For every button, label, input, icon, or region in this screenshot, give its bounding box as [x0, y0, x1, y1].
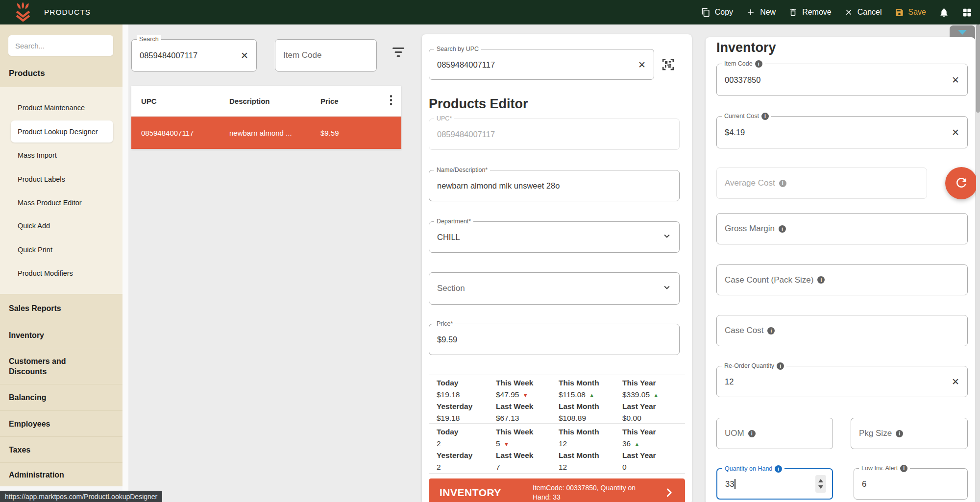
column-header-upc[interactable]: UPC [141, 97, 157, 105]
apps-grid-icon[interactable] [962, 7, 972, 18]
uom-field[interactable]: UOM [716, 418, 833, 449]
case-cost-field[interactable]: Case Cost [716, 315, 968, 346]
table-menu-kebab-icon[interactable] [390, 95, 392, 107]
pkg-size-field[interactable]: Pkg Size [851, 418, 968, 449]
sidebar-item-quick-add[interactable]: Quick Add [11, 215, 113, 237]
reorder-quantity-value: 12 [725, 377, 734, 386]
sales-this-month: $115.08 [559, 390, 622, 399]
quantity-on-hand-label: Quantity on Hand [725, 465, 772, 473]
search-by-upc-field[interactable]: Search by UPC 0859484007117 [429, 49, 654, 80]
refresh-button[interactable] [945, 167, 978, 199]
page-title: PRODUCTS [44, 8, 91, 17]
sidebar-sections: Sales Reports Inventory Customers and Di… [0, 294, 122, 486]
current-cost-label: Current Cost [724, 112, 759, 120]
save-button[interactable]: Save [895, 8, 926, 17]
sidebar-section-taxes[interactable]: Taxes [0, 436, 122, 462]
current-cost-field[interactable]: Current Cost $4.19 [716, 116, 968, 148]
count-this-year: 36 [622, 439, 685, 448]
count-this-month: 12 [559, 439, 622, 448]
info-icon [767, 327, 775, 335]
sidebar-section-administration[interactable]: Administration [0, 462, 122, 486]
department-value: CHILL [437, 233, 460, 242]
row-upc: 0859484007117 [141, 129, 194, 137]
department-label: Department* [434, 217, 473, 226]
sidebar-search-input[interactable] [8, 35, 113, 56]
price-field[interactable]: Price* $9.59 [429, 324, 680, 355]
cancel-button[interactable]: Cancel [844, 8, 882, 17]
clear-reorder-quantity-icon[interactable] [952, 377, 959, 386]
chevron-down-icon [662, 231, 672, 243]
remove-button[interactable]: Remove [788, 8, 832, 17]
count-last-week: 7 [496, 463, 559, 472]
sidebar-scroll-gutter[interactable] [122, 24, 128, 502]
sidebar-item-quick-print[interactable]: Quick Print [11, 239, 113, 261]
table-header-row: UPC Description Price [131, 86, 401, 117]
topbar-actions: Copy New Remove Cancel Save [701, 0, 972, 24]
low-inventory-alert-value: 6 [862, 479, 866, 489]
clear-item-code-icon[interactable] [952, 75, 959, 85]
close-icon [844, 8, 853, 17]
chevron-down-icon [662, 282, 672, 295]
chevron-right-icon [662, 486, 675, 501]
clear-search-icon[interactable] [241, 51, 248, 60]
sidebar-item-product-modifiers[interactable]: Product Modifiers [11, 262, 113, 284]
table-row[interactable]: 0859484007117 newbarn almond ... $9.59 [131, 117, 401, 149]
info-icon [755, 60, 762, 68]
sales-stats-table: TodayThis Week This MonthThis Year $19.1… [429, 375, 685, 474]
reorder-quantity-field[interactable]: Re-Order Quantity 12 [716, 366, 968, 397]
gross-margin-label: Gross Margin [725, 224, 775, 234]
gross-margin-field[interactable]: Gross Margin [716, 213, 968, 244]
low-inventory-alert-field[interactable]: Low Inv. Alert 6 [854, 468, 968, 500]
inventory-title: Inventory [716, 40, 776, 55]
new-button[interactable]: New [746, 7, 776, 17]
triangle-down-icon [958, 30, 967, 35]
uom-label: UOM [725, 429, 744, 438]
sidebar-subitems: Product Maintenance Product Lookup Desig… [0, 87, 122, 294]
refresh-icon [954, 175, 969, 191]
section-select[interactable]: Section [429, 272, 680, 305]
sidebar-item-product-lookup-designer[interactable]: Product Lookup Designer [11, 120, 113, 143]
clear-upc-search-icon[interactable] [638, 60, 646, 69]
editor-title: Products Editor [429, 96, 528, 112]
barcode-scanner-icon[interactable] [661, 57, 676, 74]
sidebar: Products Product Maintenance Product Loo… [0, 24, 122, 486]
notifications-bell-icon[interactable] [939, 7, 949, 18]
sidebar-section-balancing[interactable]: Balancing [0, 384, 122, 410]
sidebar-item-product-maintenance[interactable]: Product Maintenance [11, 96, 113, 119]
inventory-banner-button[interactable]: INVENTORY ItemCode: 00337850, Quantity o… [429, 478, 685, 502]
number-stepper[interactable] [815, 475, 826, 493]
name-description-field[interactable]: Name/Description* newbarn almond mlk uns… [429, 170, 680, 201]
copy-button[interactable]: Copy [701, 8, 733, 17]
brand: PRODUCTS [14, 1, 91, 24]
quantity-on-hand-field[interactable]: Quantity on Hand 33 [716, 468, 833, 500]
scrollbar-thumb[interactable] [976, 24, 980, 113]
count-last-month: 12 [559, 463, 622, 472]
row-price: $9.59 [320, 129, 339, 137]
info-icon [775, 465, 782, 473]
sales-this-year: $339.05 [622, 390, 685, 399]
item-code-filter-field[interactable]: Item Code [275, 39, 377, 72]
sidebar-section-customers-discounts[interactable]: Customers and Discounts [0, 348, 122, 384]
count-today: 2 [437, 439, 496, 448]
marktpos-logo-icon [14, 1, 32, 24]
product-lookup-designer-screen: PRODUCTS Copy New Remove Cancel Save [0, 0, 980, 502]
clear-current-cost-icon[interactable] [952, 128, 959, 137]
lookup-results-table: UPC Description Price 0859484007117 newb… [131, 86, 401, 149]
column-header-price[interactable]: Price [320, 97, 339, 105]
sidebar-item-mass-import[interactable]: Mass Import [11, 144, 113, 166]
info-icon [748, 430, 756, 437]
sidebar-item-mass-product-editor[interactable]: Mass Product Editor [11, 191, 113, 214]
page-scrollbar[interactable] [976, 24, 980, 502]
sidebar-section-inventory[interactable]: Inventory [0, 322, 122, 348]
department-select[interactable]: Department* CHILL [429, 221, 680, 253]
lookup-search-field[interactable]: Search 0859484007117 [131, 39, 257, 72]
case-count-field[interactable]: Case Count (Pack Size) [716, 264, 968, 295]
inv-item-code-field[interactable]: Item Code 00337850 [716, 64, 968, 96]
sidebar-section-employees[interactable]: Employees [0, 410, 122, 436]
sidebar-section-sales-reports[interactable]: Sales Reports [0, 294, 122, 322]
inv-item-code-label: Item Code [724, 60, 753, 68]
sidebar-item-product-labels[interactable]: Product Labels [11, 168, 113, 190]
search-by-upc-value: 0859484007117 [437, 60, 495, 69]
column-header-description[interactable]: Description [229, 97, 270, 105]
filter-list-icon[interactable] [392, 48, 405, 58]
